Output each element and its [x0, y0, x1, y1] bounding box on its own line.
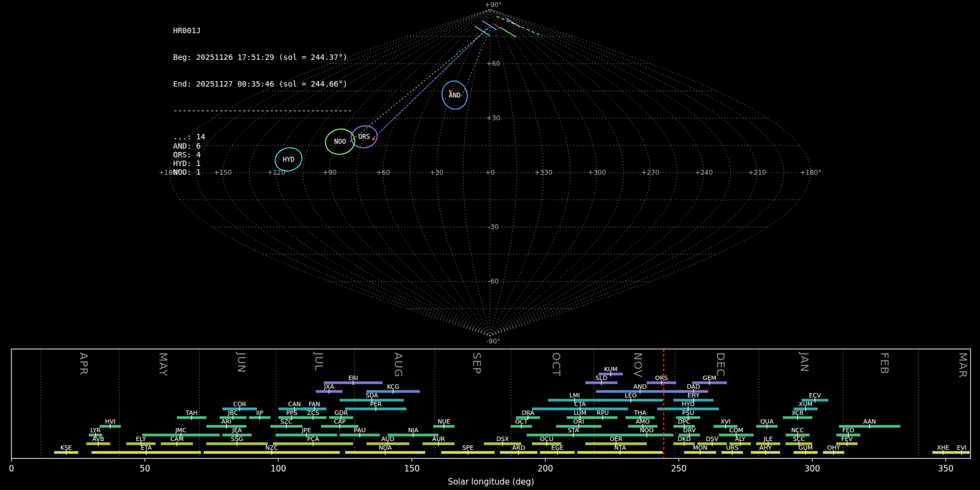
svg-text:-30: -30	[488, 223, 499, 231]
svg-text:+30: +30	[430, 169, 443, 176]
shower-label-pau: PAU	[354, 427, 366, 434]
shower-label-tah: TAH	[185, 409, 198, 416]
shower-label-per: PER	[370, 401, 382, 408]
shower-label-ege: EGE	[551, 444, 563, 451]
svg-text:-60: -60	[488, 278, 499, 285]
shower-label-evi: EVI	[957, 444, 967, 451]
svg-text:+300: +300	[588, 169, 606, 176]
shower-label-dra: DRA	[522, 409, 535, 416]
shower-count-row: ...: 14	[173, 132, 352, 141]
shower-label-oct: OCT	[515, 418, 528, 425]
shower-label-aly: ALY	[735, 436, 745, 443]
shower-label-pca: PCA	[307, 436, 319, 443]
shower-label-ehy: EHY	[688, 392, 700, 399]
shower-label-ely: ELY	[136, 436, 146, 443]
shower-label-and: AND	[634, 383, 647, 390]
shower-label-hyd: HYD	[682, 401, 694, 408]
month-label-jul: JUL	[313, 351, 326, 371]
shower-label-jle: JLE	[763, 436, 773, 443]
shower-label-xum: XUM	[799, 401, 812, 408]
month-label-feb: FEB	[878, 352, 891, 375]
shower-label-xvi: XVI	[720, 418, 730, 425]
shower-count-row: AND: 6	[173, 142, 352, 150]
shower-label-kum: KUM	[604, 366, 617, 373]
shower-label-rpu: RPU	[597, 409, 609, 416]
radiant-ors-label: ORS	[358, 133, 370, 140]
shower-label-kcg: KCG	[387, 383, 400, 390]
x-axis-tick-label: 350	[938, 464, 954, 474]
meteor-streak	[497, 16, 542, 36]
x-axis-tick-label: 100	[271, 464, 286, 474]
shower-label-jea: JEA	[231, 427, 242, 434]
shower-label-ari: ARI	[221, 418, 231, 425]
shower-label-qua: QUA	[760, 418, 774, 425]
shower-label-dpc: DPC	[678, 418, 690, 425]
shower-label-nia: NIA	[408, 427, 418, 434]
shower-label-jmc: JMC	[175, 427, 187, 434]
shower-label-gum: GUM	[799, 444, 813, 451]
month-label-aug: AUG	[392, 352, 405, 378]
shower-label-ori: ORI	[573, 418, 584, 425]
shower-label-ahy: AHY	[759, 444, 772, 451]
svg-text:-90°: -90°	[486, 338, 500, 344]
svg-text:+210: +210	[748, 169, 766, 176]
shower-label-tha: THA	[633, 409, 646, 416]
shower-label-fan: FAN	[309, 401, 320, 408]
shower-label-ard: ARD	[512, 444, 525, 451]
shower-label-nda: NDA	[378, 444, 392, 451]
shower-label-dad: DAD	[687, 383, 700, 390]
month-label-sep: SEP	[470, 352, 483, 374]
meteor-trail	[375, 27, 489, 137]
shower-label-eta: ETA	[140, 444, 152, 451]
shower-label-jxa: JXA	[323, 383, 334, 390]
shower-label-dkd: DKD	[677, 436, 690, 443]
shower-label-gdr: GDR	[334, 409, 348, 416]
activity-timeline: APRMAYJUNJULAUGSEPOCTNOVDECJANFEBMARKUME…	[0, 344, 980, 490]
shower-label-gem: GEM	[703, 375, 716, 382]
svg-text:+270: +270	[641, 169, 659, 176]
shower-label-scc: SCC	[793, 436, 805, 443]
radiant-and-marker	[449, 90, 451, 93]
shower-label-dsx: DSX	[497, 436, 509, 443]
meteor-observation-screen: +180°+150+120+90+60+30+0+330+300+270+240…	[0, 0, 980, 490]
shower-label-ncc: NCC	[791, 427, 804, 434]
meteor-trails	[350, 16, 542, 142]
station-id: HR001J	[173, 26, 352, 35]
shower-label-eri: ERI	[348, 375, 358, 382]
shower-label-iip: IIP	[256, 409, 263, 416]
shower-label-fed: FED	[842, 427, 854, 434]
shower-label-cap: CAP	[334, 418, 346, 425]
shower-label-leo: LEO	[625, 392, 637, 399]
svg-text:+0: +0	[485, 169, 495, 176]
x-axis-title: Solar longitude (deg)	[448, 477, 534, 487]
month-labels: APRMAYJUNJULAUGSEPOCTNOVDECJANFEBMAR	[77, 351, 970, 378]
shower-label-szc: SZC	[280, 418, 293, 425]
shower-label-ohy: OHY	[827, 444, 840, 451]
shower-label-aan: AAN	[863, 418, 877, 425]
svg-text:+330: +330	[535, 169, 553, 176]
month-label-oct: OCT	[550, 352, 563, 377]
shower-label-oer: OER	[610, 436, 623, 443]
shower-count-row: NOO: 1	[173, 168, 352, 176]
shower-label-dsv: DSV	[706, 436, 719, 443]
svg-text:+30: +30	[486, 114, 500, 122]
shower-label-nue: NUE	[438, 418, 450, 425]
shower-label-mon: MON	[693, 444, 707, 451]
shower-label-xhe: XHE	[937, 444, 950, 451]
x-axis-tick-label: 200	[537, 464, 553, 474]
shower-label-fev: FEV	[841, 436, 853, 443]
session-beg: Beg: 20251126 17:51:29 (sol = 244.37°)	[173, 53, 352, 62]
shower-label-ssg: SSG	[231, 436, 243, 443]
shower-label-jpe: JPE	[301, 427, 311, 434]
shower-label-nta: NTA	[614, 444, 626, 451]
shower-label-sta: STA	[568, 427, 579, 434]
shower-label-urs: URS	[726, 444, 738, 451]
month-label-jan: JAN	[798, 351, 811, 372]
month-label-mar: MAR	[957, 352, 970, 378]
shower-label-spe: SPE	[462, 444, 474, 451]
month-label-nov: NOV	[632, 352, 645, 378]
sky-map: +180°+150+120+90+60+30+0+330+300+270+240…	[0, 0, 980, 344]
radiant-ors-marker	[372, 138, 375, 140]
shower-counts: ...: 14AND: 6ORS: 4HYD: 1NOO: 1	[173, 132, 352, 176]
meteor-trail	[350, 29, 488, 142]
